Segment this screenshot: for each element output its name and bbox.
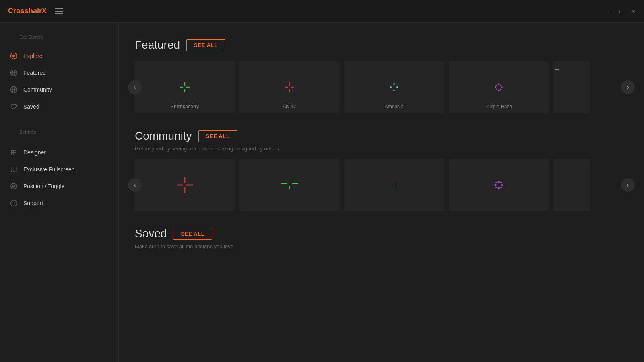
community-title: Community (135, 130, 192, 142)
crosshair-partial-icon (553, 61, 570, 77)
hamburger-line-3 (55, 13, 63, 14)
svg-point-30 (390, 86, 392, 88)
app-title: CrosshairX (8, 7, 47, 15)
community-cards-wrapper: ‹ (135, 159, 628, 211)
svg-point-56 (495, 182, 497, 183)
featured-next-button[interactable]: › (621, 80, 635, 94)
sidebar-item-label-position-toggle: Position / Toggle (23, 183, 64, 189)
svg-rect-13 (11, 167, 16, 172)
community-section: Community SEE ALL Get inspired by seeing… (135, 130, 628, 211)
featured-card-purple-haze[interactable]: Purple Haze (449, 61, 549, 113)
svg-point-53 (498, 187, 500, 189)
sidebar-item-label-community: Community (23, 86, 52, 93)
community-description: Get inspired by seeing all crosshairs be… (135, 146, 628, 152)
sidebar-item-label-explore: Explore (23, 53, 42, 59)
svg-point-59 (500, 187, 502, 188)
svg-point-55 (501, 184, 503, 186)
globe-icon (10, 69, 18, 77)
community-card-3[interactable] (344, 159, 444, 211)
circle-icon (10, 52, 18, 60)
featured-cards-wrapper: ‹ Shishkaberry (135, 61, 628, 113)
sidebar-item-exclusive-fullscreen[interactable]: Exclusive Fullscreen (0, 161, 118, 178)
svg-point-58 (495, 187, 497, 188)
featured-header: Featured SEE ALL (135, 39, 628, 51)
svg-point-32 (498, 83, 500, 85)
sidebar-item-saved[interactable]: Saved (0, 98, 118, 115)
svg-point-57 (500, 182, 502, 183)
sidebar: Get Started Explore Featured (0, 23, 119, 362)
sidebar-item-label-saved: Saved (23, 103, 39, 110)
sidebar-item-label-designer: Designer (23, 149, 46, 156)
featured-card-label-shishkaberry: Shishkaberry (171, 104, 199, 109)
community-crosshair-2-icon (279, 179, 300, 191)
main-layout: Get Started Explore Featured (0, 23, 644, 362)
svg-point-28 (393, 83, 395, 85)
featured-see-all-button[interactable]: SEE ALL (186, 39, 225, 51)
featured-cards-row: Shishkaberry AK-47 (135, 61, 628, 113)
saved-section: Saved SEE ALL Make sure to save all the … (135, 227, 628, 249)
crosshair-purple-haze-icon (491, 79, 507, 95)
crosshair-shishkaberry-icon (177, 79, 193, 95)
sidebar-item-community[interactable]: Community (0, 81, 118, 98)
maximize-button[interactable]: □ (620, 8, 623, 14)
sidebar-item-label-featured: Featured (23, 70, 46, 76)
community-crosshair-4-icon (491, 177, 507, 193)
minimize-button[interactable]: — (606, 8, 612, 14)
settings-label: Settings (10, 130, 109, 139)
community-card-4[interactable] (449, 159, 549, 211)
svg-text:?: ? (12, 202, 15, 206)
saved-description: Make sure to save all the designs you lo… (135, 243, 628, 249)
crosshair-ak47-icon (281, 79, 297, 95)
svg-point-36 (496, 85, 497, 86)
svg-point-33 (498, 90, 500, 91)
menu-button[interactable] (55, 8, 63, 14)
community-crosshair-1-icon (174, 175, 195, 195)
featured-prev-button[interactable]: ‹ (128, 80, 142, 94)
titlebar: CrosshairX — □ ✕ (0, 0, 644, 23)
featured-card-label-ak47: AK-47 (283, 104, 296, 109)
sidebar-item-explore[interactable]: Explore (0, 47, 118, 64)
titlebar-left: CrosshairX (8, 7, 63, 15)
svg-point-14 (13, 169, 14, 170)
community-crosshair-3-icon (386, 177, 402, 193)
saved-title: Saved (135, 227, 167, 240)
sidebar-item-label-support: Support (23, 200, 43, 206)
featured-card-label-amnesia: Amnesia (385, 104, 404, 109)
featured-card-label-purple-haze: Purple Haze (485, 104, 512, 109)
svg-point-35 (501, 86, 503, 88)
svg-point-54 (495, 184, 497, 186)
community-card-1[interactable] (135, 159, 235, 211)
get-started-label: Get Started (10, 35, 109, 44)
saved-see-all-button[interactable]: SEE ALL (173, 228, 212, 240)
community-prev-button[interactable]: ‹ (128, 178, 142, 192)
featured-card-shishkaberry[interactable]: Shishkaberry (135, 61, 235, 113)
featured-section: Featured SEE ALL ‹ Shish (135, 39, 628, 113)
sidebar-item-label-exclusive-fullscreen: Exclusive Fullscreen (23, 166, 75, 173)
svg-point-37 (500, 85, 502, 86)
sidebar-item-featured[interactable]: Featured (0, 64, 118, 81)
close-button[interactable]: ✕ (631, 8, 636, 14)
featured-card-ak47[interactable]: AK-47 (239, 61, 339, 113)
community-next-button[interactable]: › (621, 178, 635, 192)
community-header: Community SEE ALL (135, 130, 628, 142)
sidebar-item-support[interactable]: ? Support (0, 195, 118, 212)
svg-point-39 (500, 89, 502, 90)
community-card-partial[interactable] (553, 159, 590, 211)
sidebar-item-designer[interactable]: Designer (0, 144, 118, 161)
svg-point-31 (396, 86, 398, 88)
svg-point-34 (495, 86, 496, 88)
svg-point-38 (496, 89, 497, 90)
community-card-2[interactable] (239, 159, 339, 211)
community-cards-row (135, 159, 628, 211)
featured-card-amnesia[interactable]: Amnesia (344, 61, 444, 113)
community-see-all-button[interactable]: SEE ALL (198, 130, 237, 142)
crosshair-amnesia-icon (386, 79, 402, 95)
sidebar-item-position-toggle[interactable]: Position / Toggle (0, 178, 118, 195)
svg-point-29 (393, 90, 395, 91)
hamburger-line-2 (55, 11, 63, 12)
saved-header: Saved SEE ALL (135, 227, 628, 240)
heart-icon (10, 103, 18, 111)
fullscreen-icon (10, 165, 18, 173)
featured-card-partial[interactable] (553, 61, 590, 113)
target-icon (10, 182, 18, 190)
